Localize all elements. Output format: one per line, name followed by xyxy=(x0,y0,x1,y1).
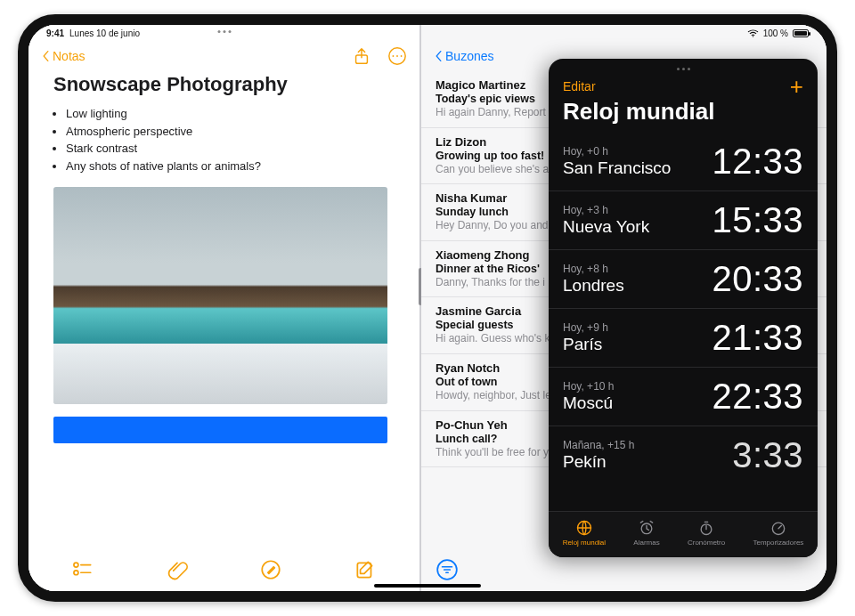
svg-point-9 xyxy=(752,36,753,36)
wifi-icon xyxy=(747,28,759,37)
note-bullet: Low lighting xyxy=(66,105,402,123)
clock-row[interactable]: Hoy, +9 h París 21:33 xyxy=(549,308,818,367)
svg-point-6 xyxy=(74,571,78,575)
attach-button[interactable] xyxy=(166,558,189,581)
chevron-left-icon xyxy=(41,50,51,62)
clock-time: 15:33 xyxy=(712,200,803,240)
clock-add-button[interactable]: + xyxy=(790,75,803,98)
pencil-circle-icon xyxy=(259,558,282,581)
clock-time: 12:33 xyxy=(712,142,803,182)
timer-icon xyxy=(770,519,787,537)
clock-offset: Hoy, +10 h xyxy=(563,380,614,393)
filter-circle-icon xyxy=(436,558,459,581)
tab-world-clock[interactable]: Reloj mundial xyxy=(563,519,606,547)
tab-alarms[interactable]: Alarmas xyxy=(633,519,659,547)
clock-city: París xyxy=(563,335,608,354)
note-bullet: Any shots of native plants or animals? xyxy=(66,158,402,175)
notes-toolbar xyxy=(28,552,419,591)
clock-row[interactable]: Hoy, +0 h San Francisco 12:33 xyxy=(549,133,818,190)
battery-icon xyxy=(793,29,809,37)
clock-offset: Hoy, +3 h xyxy=(563,204,649,216)
status-date: Lunes 10 de junio xyxy=(69,28,140,38)
clock-city: Nueva York xyxy=(563,217,649,237)
note-bullet: Atmospheric perspective xyxy=(66,123,402,141)
clock-tabbar: Reloj mundial Alarmas Cronómetro Tempori… xyxy=(549,511,818,557)
note-inline-attachment[interactable] xyxy=(53,417,387,443)
svg-point-3 xyxy=(396,55,398,57)
notes-navbar: Notas xyxy=(28,41,419,71)
world-clock-list[interactable]: Hoy, +0 h San Francisco 12:33 Hoy, +3 h … xyxy=(549,133,818,511)
tab-timers[interactable]: Temporizadores xyxy=(753,519,803,547)
paperclip-icon xyxy=(166,558,189,581)
clock-slideover[interactable]: Editar + Reloj mundial Hoy, +0 h San Fra… xyxy=(549,59,818,557)
markup-button[interactable] xyxy=(259,558,282,581)
share-button[interactable] xyxy=(352,46,371,66)
clock-offset: Hoy, +8 h xyxy=(563,263,624,275)
svg-point-4 xyxy=(401,55,403,57)
svg-point-5 xyxy=(74,563,78,567)
screen: 9:41 Lunes 10 de junio Notas xyxy=(28,25,826,591)
clock-offset: Hoy, +0 h xyxy=(563,145,671,158)
clock-offset: Hoy, +9 h xyxy=(563,321,608,334)
back-label: Buzones xyxy=(445,49,493,63)
tab-label: Cronómetro xyxy=(688,539,725,547)
note-title: Snowscape Photography xyxy=(53,73,402,96)
status-bar-right: 100 % xyxy=(421,25,826,41)
battery-text: 100 % xyxy=(763,28,788,38)
clock-navbar: Editar + xyxy=(549,73,818,98)
notes-app-pane: 9:41 Lunes 10 de junio Notas xyxy=(28,25,419,591)
ipad-frame: 9:41 Lunes 10 de junio Notas xyxy=(18,14,837,602)
status-bar-left: 9:41 Lunes 10 de junio xyxy=(28,25,419,41)
notes-back-button[interactable]: Notas xyxy=(41,49,86,63)
note-inline-photo[interactable] xyxy=(53,187,387,404)
clock-row[interactable]: Hoy, +8 h Londres 20:33 xyxy=(549,249,818,308)
clock-row[interactable]: Hoy, +10 h Moscú 22:33 xyxy=(549,367,818,426)
stopwatch-icon xyxy=(697,519,715,537)
filter-button[interactable] xyxy=(436,558,459,581)
clock-city: Pekín xyxy=(563,452,634,472)
alarm-icon xyxy=(638,519,656,537)
home-indicator[interactable] xyxy=(374,584,481,588)
clock-city: Londres xyxy=(563,276,624,296)
clock-city: San Francisco xyxy=(563,158,671,178)
clock-time: 20:33 xyxy=(712,259,803,299)
note-content[interactable]: Snowscape Photography Low lighting Atmos… xyxy=(28,71,419,552)
tab-stopwatch[interactable]: Cronómetro xyxy=(688,519,725,547)
note-bullet: Stark contrast xyxy=(66,140,402,158)
clock-title: Reloj mundial xyxy=(549,98,818,133)
clock-edit-button[interactable]: Editar xyxy=(563,79,596,93)
clock-time: 3:33 xyxy=(732,435,803,475)
new-note-button[interactable] xyxy=(354,558,377,581)
clock-row[interactable]: Hoy, +3 h Nueva York 15:33 xyxy=(549,190,818,249)
clock-offset: Mañana, +15 h xyxy=(563,439,634,451)
mail-back-button[interactable]: Buzones xyxy=(434,49,493,63)
share-icon xyxy=(352,46,371,66)
chevron-left-icon xyxy=(434,50,444,62)
multitask-dots-icon[interactable] xyxy=(549,59,818,73)
clock-time: 22:33 xyxy=(712,377,803,417)
globe-icon xyxy=(575,519,593,537)
clock-row[interactable]: Mañana, +15 h Pekín 3:33 xyxy=(549,426,818,484)
mail-toolbar xyxy=(421,552,826,591)
clock-city: Moscú xyxy=(563,393,614,413)
compose-icon xyxy=(354,558,377,581)
status-time: 9:41 xyxy=(46,28,64,38)
note-bullet-list: Low lighting Atmospheric perspective Sta… xyxy=(53,105,402,174)
tab-label: Temporizadores xyxy=(753,539,803,547)
multitask-dots-icon[interactable] xyxy=(217,30,231,33)
clock-time: 21:33 xyxy=(712,318,803,358)
mail-app-pane: 100 % Buzones Magico Martinez Today's ep… xyxy=(421,25,826,591)
more-button[interactable] xyxy=(387,46,407,66)
tab-label: Reloj mundial xyxy=(563,539,606,547)
checklist-button[interactable] xyxy=(71,558,94,581)
back-label: Notas xyxy=(53,49,86,63)
ellipsis-circle-icon xyxy=(387,46,407,66)
checklist-icon xyxy=(71,558,94,581)
tab-label: Alarmas xyxy=(633,539,659,547)
svg-point-2 xyxy=(393,55,395,57)
